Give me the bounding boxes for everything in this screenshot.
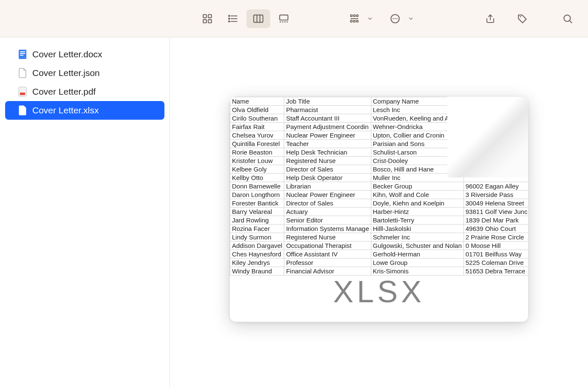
group-icon[interactable] (342, 9, 366, 28)
cell: Gulgowski, Schuster and Nolan (371, 242, 464, 250)
table-row: Ches HaynesfordOffice Assistant IVGerhol… (230, 250, 529, 259)
cell: Information Systems Manage (284, 225, 371, 233)
svg-line-31 (569, 20, 571, 22)
cell: 2 Prairie Rose Circle (464, 233, 528, 242)
cell (464, 140, 528, 148)
file-row[interactable]: Cover Letter.pdf (5, 82, 164, 101)
tag-icon[interactable] (511, 9, 534, 28)
svg-rect-14 (280, 21, 281, 22)
cell: Ches Haynesford (230, 250, 284, 259)
cell: Staff Accountant III (284, 114, 371, 123)
table-row: Quintilla ForestelTeacherParisian and So… (230, 140, 529, 148)
cell: Chelsea Yurov (230, 131, 284, 140)
cell: Bosco, Hilll and Hane (371, 165, 464, 174)
cell: Lindy Surmon (230, 233, 284, 242)
cell: 01701 Beilfuss Way (464, 250, 528, 259)
cell: 3 Riverside Pass (464, 191, 528, 199)
file-row[interactable]: Cover Letter.json (5, 64, 164, 82)
search-icon[interactable] (556, 9, 580, 28)
cell: Teacher (284, 140, 371, 148)
cell: Help Desk Operator (284, 174, 371, 182)
svg-rect-20 (356, 15, 358, 17)
file-icon (18, 67, 27, 79)
content-area: Cover Letter.docxCover Letter.jsonCover … (0, 37, 588, 388)
cell: Nuclear Power Engineer (284, 131, 371, 140)
cell: Office Assistant IV (284, 250, 371, 259)
svg-rect-15 (282, 21, 283, 22)
file-name: Cover Letter.xlsx (32, 105, 99, 115)
view-gallery-icon[interactable] (272, 9, 296, 28)
view-mode-group (195, 9, 296, 28)
table-row: Cirilo SoutheranStaff Accountant IIIVonR… (230, 114, 529, 123)
table-row: Kiley JendrysProfessorLowe Group5225 Col… (230, 259, 529, 267)
cell: Kihn, Wolf and Cole (371, 191, 464, 199)
svg-rect-17 (287, 21, 288, 22)
svg-rect-13 (280, 15, 288, 20)
file-row[interactable]: Cover Letter.docx (5, 45, 164, 64)
cell: Cirilo Southeran (230, 114, 284, 123)
cell: Bartoletti-Terry (371, 216, 464, 225)
cell: Lowe Group (371, 259, 464, 267)
ellipsis-circle-icon[interactable] (383, 9, 407, 28)
group-by-dropdown[interactable] (342, 9, 373, 28)
cell: Actuary (284, 208, 371, 216)
cell: Muller Inc (371, 174, 464, 182)
svg-rect-22 (351, 20, 352, 22)
format-label: XLSX (230, 274, 528, 309)
cell: Director of Sales (284, 165, 371, 174)
svg-rect-19 (353, 15, 355, 17)
svg-rect-1 (208, 14, 212, 18)
file-name: Cover Letter.pdf (32, 87, 96, 97)
spreadsheet-preview: NameJob TitleCompany NameOlva OldfieldPh… (230, 97, 528, 276)
cell: 93811 Golf View Junc (464, 208, 528, 216)
view-list-icon[interactable] (221, 9, 245, 28)
cell: Parisian and Sons (371, 140, 464, 148)
cell: Librarian (284, 182, 371, 191)
file-icon (18, 105, 27, 116)
table-row: Olva OldfieldPharmacistLesch Inc (230, 106, 529, 114)
column-header (464, 97, 528, 106)
cell: Daron Longthorn (230, 191, 284, 199)
cell: Gerhold-Herman (371, 250, 464, 259)
cell: Registered Nurse (284, 157, 371, 165)
cell: VonRueden, Keeling and Arm (371, 114, 464, 123)
table-row: Rorie BeastonHelp Desk TechnicianSchulis… (230, 148, 529, 157)
cell: Registered Nurse (284, 233, 371, 242)
table-row: Fairfax RaitPayment Adjustment CoordinWe… (230, 123, 529, 131)
cell (464, 131, 528, 140)
svg-point-29 (520, 16, 521, 17)
action-dropdown[interactable] (383, 9, 414, 28)
svg-rect-3 (208, 20, 212, 23)
cell: Jard Rowling (230, 216, 284, 225)
cell: Upton, Collier and Cronin (371, 131, 464, 140)
cell: Doyle, Kiehn and Koelpin (371, 199, 464, 208)
cell (464, 148, 528, 157)
svg-point-26 (393, 18, 394, 19)
table-row: Kristofer LouwRegistered NurseCrist-Dool… (230, 157, 529, 165)
cell: Rorie Beaston (230, 148, 284, 157)
file-list-column: Cover Letter.docxCover Letter.jsonCover … (0, 37, 170, 388)
file-icon (18, 49, 27, 60)
cell: Nuclear Power Engineer (284, 191, 371, 199)
cell: Payment Adjustment Coordin (284, 123, 371, 131)
file-icon (18, 86, 27, 97)
svg-point-27 (395, 18, 396, 19)
file-row[interactable]: Cover Letter.xlsx (5, 101, 164, 120)
table-row: Daron LongthornNuclear Power EngineerKih… (230, 191, 529, 199)
cell: 96002 Eagan Alley (464, 182, 528, 191)
svg-rect-0 (203, 14, 206, 18)
share-icon[interactable] (478, 9, 502, 28)
cell: Lesch Inc (371, 106, 464, 114)
cell (464, 174, 528, 182)
svg-rect-33 (20, 51, 25, 52)
svg-point-6 (229, 18, 230, 19)
cell (464, 106, 528, 114)
table-row: Lindy SurmonRegistered NurseSchmeler Inc… (230, 233, 529, 242)
cell: Kellby Otto (230, 174, 284, 182)
column-header: Name (230, 97, 284, 106)
view-icon-grid-icon[interactable] (195, 9, 219, 28)
table-row: Kelbee GolyDirector of SalesBosco, Hilll… (230, 165, 529, 174)
cell: Donn Barnewelle (230, 182, 284, 191)
view-columns-icon[interactable] (246, 9, 270, 28)
svg-point-28 (396, 18, 398, 19)
